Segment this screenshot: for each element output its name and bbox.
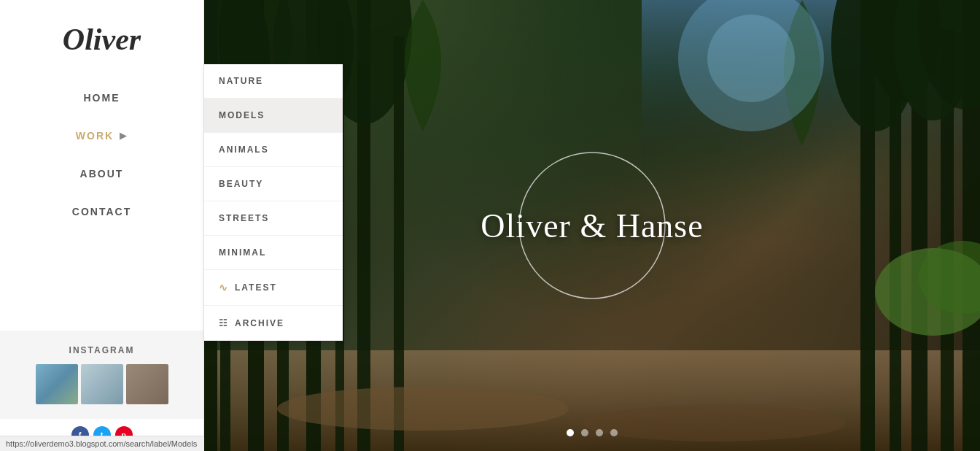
site-logo[interactable]: Oliver (63, 22, 141, 57)
dropdown-nature[interactable]: NATURE (204, 64, 343, 99)
instagram-photo-3[interactable] (126, 364, 168, 404)
dropdown-beauty[interactable]: BEAUTY (204, 167, 343, 201)
slide-dot-4[interactable] (610, 429, 618, 436)
url-bar: https://oliverdemo3.blogspot.com/search/… (0, 436, 204, 451)
rss-icon: ∿ (219, 282, 229, 293)
slide-dot-2[interactable] (581, 429, 588, 436)
dropdown-archive[interactable]: ☷ ARCHIVE (204, 306, 343, 341)
archive-icon: ☷ (219, 317, 229, 328)
nav-home[interactable]: HOME (0, 79, 203, 117)
hero-title: Oliver & Hanse (481, 207, 703, 245)
dropdown-minimal[interactable]: MINIMAL (204, 236, 343, 270)
dropdown-latest[interactable]: ∿ LATEST (204, 270, 343, 306)
work-chevron-icon: ▶ (120, 131, 128, 141)
instagram-photo-1[interactable] (36, 364, 78, 404)
dropdown-streets[interactable]: STREETS (204, 201, 343, 236)
main-nav: HOME WORK ▶ ABOUT CONTACT (0, 79, 203, 231)
slide-dot-3[interactable] (596, 429, 603, 436)
instagram-section: INSTAGRAM (0, 331, 203, 419)
nav-work[interactable]: WORK ▶ (0, 117, 203, 155)
nav-contact[interactable]: CONTACT (0, 193, 203, 231)
dropdown-animals[interactable]: ANIMALS (204, 133, 343, 167)
dropdown-models[interactable]: MODELS (204, 99, 343, 133)
instagram-photos (15, 364, 189, 404)
slide-dot-1[interactable] (567, 429, 574, 436)
instagram-photo-2[interactable] (81, 364, 123, 404)
instagram-label: INSTAGRAM (15, 345, 189, 355)
work-dropdown: NATURE MODELS ANIMALS BEAUTY STREETS MIN… (204, 64, 343, 341)
sidebar: Oliver HOME WORK ▶ ABOUT CONTACT INSTAGR… (0, 0, 204, 451)
nav-about[interactable]: ABOUT (0, 155, 203, 193)
slide-indicators (567, 429, 618, 436)
